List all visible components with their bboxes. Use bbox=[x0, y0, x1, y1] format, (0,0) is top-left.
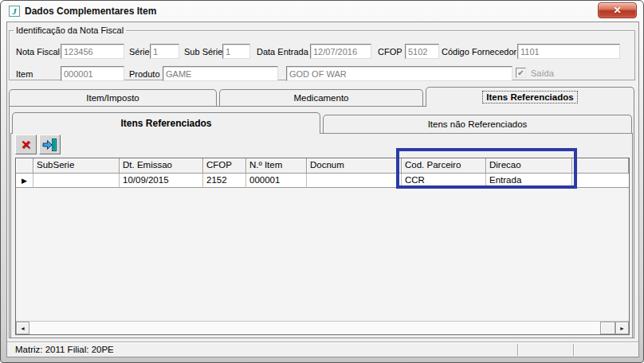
cell-docnum[interactable] bbox=[307, 174, 402, 188]
serie-label: Série bbox=[129, 47, 150, 57]
subtab-itens-referenciados[interactable]: Itens Referenciados bbox=[12, 112, 320, 134]
statusbar: Matriz: 2011 Filial: 20PE bbox=[7, 342, 638, 357]
saida-label: Saída bbox=[531, 68, 554, 78]
produto-input[interactable] bbox=[163, 66, 278, 81]
itens-referenciados-grid: SubSerie Dt. Emissao CFOP N.º Item Docnu… bbox=[15, 158, 630, 335]
item-label: Item bbox=[16, 69, 33, 79]
row-selector-cell[interactable]: ▶ bbox=[16, 174, 33, 188]
dialog-window: J Dados Complementares Item ✕ Identifica… bbox=[0, 0, 644, 363]
cell-direcao[interactable]: Entrada bbox=[486, 174, 572, 188]
nota-fiscal-input[interactable] bbox=[61, 44, 124, 59]
tab-item-imposto[interactable]: Item/Imposto bbox=[9, 89, 217, 106]
grid-header-cod-parceiro[interactable]: Cod. Parceiro bbox=[402, 158, 486, 174]
check-icon: ✔ bbox=[517, 69, 524, 77]
exit-button[interactable] bbox=[39, 135, 61, 154]
tab-itens-referenciados-label: Itens Referenciados bbox=[483, 92, 576, 103]
identificacao-legend: Identificação da Nota Fiscal bbox=[14, 25, 126, 35]
grid-header-subserie[interactable]: SubSerie bbox=[33, 158, 120, 174]
scrollbar-track[interactable] bbox=[29, 322, 600, 334]
close-button[interactable]: ✕ bbox=[598, 2, 637, 18]
subtab-itens-referenciados-label: Itens Referenciados bbox=[120, 118, 211, 129]
grid-header-dt-emissao[interactable]: Dt. Emissao bbox=[120, 158, 203, 174]
statusbar-separator bbox=[517, 344, 518, 356]
identificacao-groupbox: Identificação da Nota Fiscal Nota Fiscal… bbox=[9, 25, 635, 80]
grid-header-cfop[interactable]: CFOP bbox=[203, 158, 246, 174]
tab-itens-referenciados[interactable]: Itens Referenciados bbox=[426, 87, 634, 107]
app-icon-glyph: J bbox=[12, 7, 17, 16]
titlebar[interactable]: J Dados Complementares Item ✕ bbox=[1, 1, 643, 21]
tab-medicamento[interactable]: Medicamento bbox=[219, 89, 423, 106]
subtab-itens-nao-referenciados[interactable]: Itens não Referenciados bbox=[323, 115, 632, 133]
cell-dt-emissao[interactable]: 10/09/2015 bbox=[120, 174, 203, 188]
grid-data-row[interactable]: ▶ 10/09/2015 2152 000001 CCR Entrada bbox=[16, 174, 629, 188]
cfop-input[interactable] bbox=[405, 44, 439, 59]
produto-label: Produto bbox=[129, 69, 160, 79]
scroll-left-icon: ◄ bbox=[20, 326, 26, 331]
cell-cod-parceiro[interactable]: CCR bbox=[402, 174, 486, 188]
grid-header-selector bbox=[16, 158, 33, 174]
tab-item-imposto-label: Item/Imposto bbox=[86, 93, 139, 103]
exit-door-icon bbox=[42, 139, 57, 151]
scrollbar-thumb[interactable] bbox=[600, 322, 615, 334]
scroll-left-button[interactable]: ◄ bbox=[16, 322, 29, 334]
codigo-fornecedor-input[interactable] bbox=[517, 44, 620, 59]
app-icon: J bbox=[9, 6, 20, 17]
cell-subserie[interactable] bbox=[33, 174, 120, 188]
grid-header-n-item[interactable]: N.º Item bbox=[246, 158, 307, 174]
serie-input[interactable] bbox=[150, 44, 179, 59]
client-area: Identificação da Nota Fiscal Nota Fiscal… bbox=[6, 21, 639, 357]
scroll-right-button[interactable]: ► bbox=[615, 322, 629, 334]
grid-header-direcao[interactable]: Direcao bbox=[486, 158, 572, 174]
window-title: Dados Complementares Item bbox=[25, 6, 156, 17]
grid-horizontal-scrollbar[interactable]: ◄ ► bbox=[16, 321, 629, 334]
statusbar-separator bbox=[573, 344, 574, 356]
grid-header-docnum[interactable]: Docnum bbox=[307, 158, 402, 174]
close-icon: ✕ bbox=[613, 5, 621, 16]
codigo-fornecedor-label: Código Fornecedor bbox=[442, 47, 516, 57]
sub-serie-label: Sub Série bbox=[184, 47, 222, 57]
nota-fiscal-label: Nota Fiscal bbox=[16, 47, 60, 57]
cfop-label: CFOP bbox=[378, 47, 402, 57]
delete-button[interactable]: ✕ bbox=[15, 135, 37, 154]
data-entrada-input[interactable] bbox=[310, 44, 371, 59]
grid-header-filler bbox=[572, 158, 629, 174]
row-marker-icon: ▶ bbox=[22, 177, 27, 185]
sub-serie-input[interactable] bbox=[222, 44, 250, 59]
delete-x-icon: ✕ bbox=[21, 139, 31, 150]
saida-checkbox[interactable]: ✔ bbox=[516, 68, 526, 78]
grid-header-row: SubSerie Dt. Emissao CFOP N.º Item Docnu… bbox=[16, 158, 629, 174]
statusbar-text: Matriz: 2011 Filial: 20PE bbox=[15, 345, 114, 354]
tab-medicamento-label: Medicamento bbox=[293, 93, 348, 103]
data-entrada-label: Data Entrada bbox=[257, 47, 308, 57]
cell-cfop[interactable]: 2152 bbox=[203, 174, 246, 188]
cell-filler bbox=[572, 174, 629, 188]
scroll-right-icon: ► bbox=[619, 326, 625, 331]
produto-descricao-input[interactable] bbox=[286, 66, 512, 81]
subtab-itens-nao-referenciados-label: Itens não Referenciados bbox=[428, 119, 528, 129]
item-input[interactable] bbox=[61, 66, 124, 81]
grid-empty-area bbox=[16, 188, 629, 321]
cell-n-item[interactable]: 000001 bbox=[246, 174, 307, 188]
